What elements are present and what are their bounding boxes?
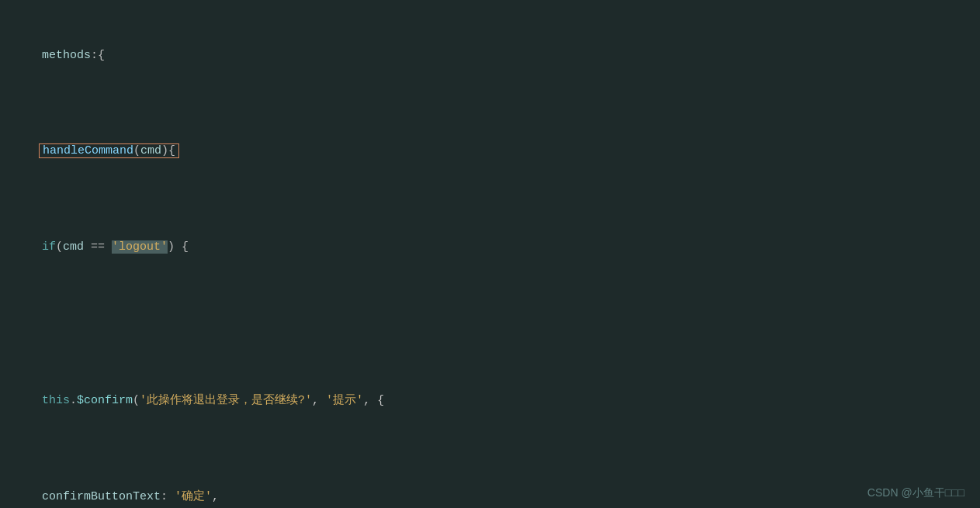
code-line-4 [0, 295, 980, 353]
code-line-2: handleCommand(cmd){ [0, 104, 980, 200]
code-line-1: methods:{ [0, 8, 980, 104]
code-token: methods [42, 49, 91, 62]
highlight-box: handleCommand(cmd){ [39, 143, 179, 158]
code-line-6: confirmButtonText: '确定', [0, 449, 980, 508]
watermark: CSDN @小鱼干□□□ [867, 486, 964, 500]
code-editor: methods:{ handleCommand(cmd){ if(cmd == … [0, 0, 980, 508]
code-line-3: if(cmd == 'logout') { [0, 200, 980, 296]
code-line-5: this.$confirm('此操作将退出登录，是否继续?', '提示', { [0, 354, 980, 450]
